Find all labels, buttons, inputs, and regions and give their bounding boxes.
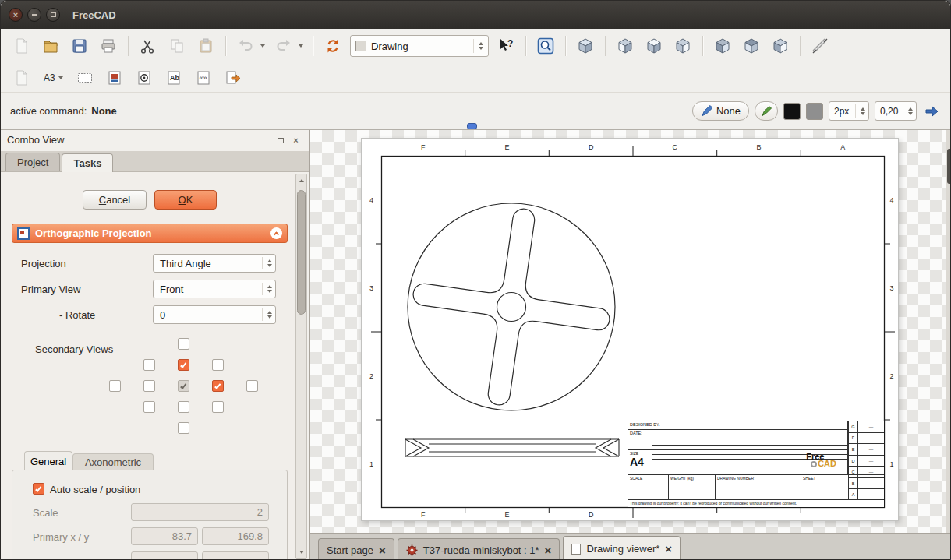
color-swatch-gray[interactable]	[806, 103, 823, 120]
projection-dropdown[interactable]: Third Angle	[153, 254, 276, 273]
panel-scrollbar-thumb[interactable]	[297, 190, 306, 315]
cancel-button[interactable]: Cancel	[83, 190, 147, 210]
front-view-button[interactable]	[613, 34, 637, 58]
undo-history-dropdown[interactable]	[258, 34, 267, 58]
tab-close-icon[interactable]: ×	[379, 544, 386, 556]
secondary-view-checkbox-r1c2[interactable]	[178, 359, 189, 371]
secondary-view-checkbox-r1c1[interactable]	[143, 359, 155, 371]
window-minimize-button[interactable]	[27, 8, 41, 22]
spin-arrows[interactable]	[262, 308, 272, 320]
rotate-value: 0	[160, 309, 165, 321]
rear-view-button[interactable]	[711, 34, 734, 58]
tab-close-icon[interactable]: ×	[545, 544, 552, 556]
secondary-view-checkbox-r2c4[interactable]	[246, 380, 258, 392]
line-width-spinbox[interactable]: 2px	[829, 101, 869, 121]
size-value: A4	[630, 456, 654, 467]
ok-button[interactable]: OK	[154, 190, 217, 210]
panel-float-button[interactable]	[274, 135, 286, 146]
primary-view-dropdown[interactable]: Front	[153, 280, 276, 298]
cut-button[interactable]	[136, 34, 160, 58]
page-template-button[interactable]	[73, 66, 97, 90]
title-bar[interactable]: × FreeCAD	[1, 1, 950, 29]
annotation-button[interactable]: Ab	[162, 66, 186, 90]
top-view-button[interactable]	[642, 34, 666, 58]
measure-distance-button[interactable]	[808, 34, 832, 58]
horizontal-scrollbar-thumb[interactable]	[467, 123, 477, 129]
clip-group-button[interactable]: «»	[192, 66, 215, 90]
tab-close-icon[interactable]: ×	[665, 543, 672, 555]
auto-scale-checkbox[interactable]	[33, 483, 44, 495]
redo-history-dropdown[interactable]	[296, 34, 305, 58]
tab-start-page[interactable]: Start page ×	[318, 538, 394, 560]
secondary-view-checkbox-r3c2[interactable]	[178, 401, 189, 413]
orthographic-projection-icon	[17, 227, 30, 240]
bottom-view-button[interactable]	[740, 34, 763, 58]
export-page-button[interactable]	[221, 66, 245, 90]
right-view-cube-icon	[674, 37, 691, 55]
panel-close-button[interactable]: ×	[290, 135, 302, 146]
scroll-down-button[interactable]	[296, 546, 306, 558]
vertical-scrollbar-thumb[interactable]	[947, 149, 951, 184]
scroll-up-button[interactable]	[296, 174, 306, 187]
refresh-button[interactable]	[321, 34, 345, 58]
secondary-view-checkbox-r2c1[interactable]	[143, 380, 155, 392]
open-button[interactable]	[39, 34, 62, 58]
auto-scale-label: Auto scale / position	[50, 480, 140, 498]
freecad-logo: Free CAD	[806, 453, 836, 468]
fit-all-button[interactable]	[534, 34, 557, 58]
primary-y-input[interactable]: 169.8	[202, 527, 269, 545]
panel-scrollbar[interactable]	[295, 174, 307, 559]
right-view-button[interactable]	[671, 34, 695, 58]
hatch-pattern-button[interactable]: None	[692, 101, 749, 121]
export-page-icon	[224, 69, 242, 86]
secondary-view-checkbox-r4c2[interactable]	[178, 422, 189, 434]
date-label: DATE:	[628, 430, 847, 438]
secondary-view-checkbox-r1c3[interactable]	[212, 359, 224, 371]
undo-button[interactable]	[234, 34, 257, 58]
collapse-section-button[interactable]	[270, 227, 282, 239]
print-button[interactable]	[97, 34, 120, 58]
vertical-scrollbar[interactable]	[946, 130, 951, 533]
secondary-x-input[interactable]	[131, 551, 198, 559]
spin-arrows[interactable]	[855, 104, 865, 117]
secondary-view-checkbox-r2c0[interactable]	[109, 380, 121, 392]
pattern-scale-spinbox[interactable]: 0,20	[875, 101, 917, 121]
tab-project[interactable]: Project	[5, 153, 60, 171]
sheet-cell: SHEET	[801, 475, 884, 500]
draft-view-button[interactable]	[133, 66, 156, 90]
window-maximize-button[interactable]	[46, 8, 60, 22]
task-section-header[interactable]: Orthographic Projection	[12, 224, 288, 243]
drawing-viewport[interactable]: F E D C B A F E D 4 3 2 1 4 3	[310, 130, 946, 533]
secondary-view-checkbox-r2c2[interactable]	[178, 380, 189, 392]
secondary-view-checkbox-r3c3[interactable]	[212, 401, 224, 413]
page-size-selector[interactable]: A3	[40, 69, 67, 86]
insert-page-button[interactable]	[10, 66, 34, 90]
secondary-view-checkbox-r0c2[interactable]	[178, 338, 189, 350]
secondary-view-checkbox-r3c1[interactable]	[143, 401, 155, 413]
line-color-button[interactable]	[755, 101, 778, 121]
tab-general[interactable]: General	[24, 451, 72, 470]
paste-button[interactable]	[194, 34, 217, 58]
window-close-button[interactable]: ×	[9, 8, 23, 22]
draft-to-drawing-button[interactable]	[922, 100, 941, 122]
axonometric-view-button[interactable]	[574, 34, 597, 58]
tab-drawing-viewer[interactable]: Drawing viewer* ×	[563, 536, 681, 560]
save-button[interactable]	[68, 34, 91, 58]
color-swatch-black[interactable]	[783, 103, 801, 120]
redo-button[interactable]	[272, 34, 295, 58]
tab-tasks[interactable]: Tasks	[62, 153, 113, 172]
spin-arrows[interactable]	[903, 104, 913, 117]
tab-document[interactable]: T37-rueda-miniskybot : 1* ×	[398, 538, 560, 560]
rotate-spinbox[interactable]: 0	[153, 305, 276, 324]
scale-input[interactable]: 2	[131, 503, 269, 521]
left-view-button[interactable]	[769, 34, 792, 58]
copy-button[interactable]	[165, 34, 189, 58]
new-document-button[interactable]	[10, 34, 34, 58]
workbench-selector[interactable]: Drawing	[350, 35, 489, 57]
whats-this-button[interactable]: ?	[494, 34, 518, 58]
insert-view-button[interactable]	[103, 66, 126, 90]
secondary-view-checkbox-r2c3[interactable]	[212, 380, 224, 392]
secondary-y-input[interactable]	[202, 551, 269, 559]
primary-x-input[interactable]: 83.7	[131, 527, 198, 545]
tab-axonometric[interactable]: Axonometric	[72, 453, 154, 470]
